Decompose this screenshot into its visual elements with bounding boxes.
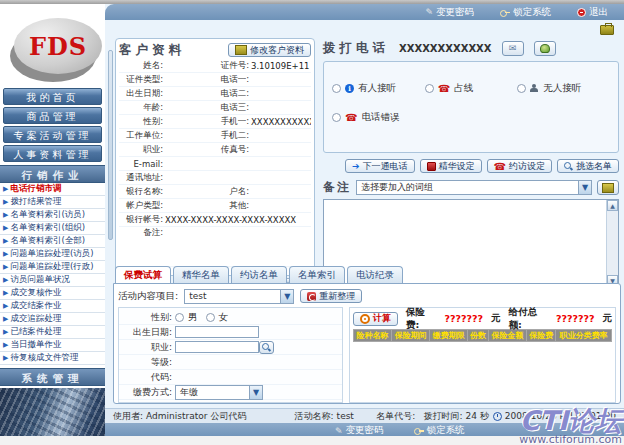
lower-panel: 保费试算 精华名单 约访名单 名单索引 电访纪录 活动内容项目: test ▼	[113, 266, 621, 404]
sidebar-section-system[interactable]: 系统管理	[0, 368, 105, 386]
money-icon	[540, 44, 550, 53]
lock-system-link[interactable]: 锁定系统	[500, 6, 551, 19]
sidebar-item-hr[interactable]: 人事资料管理	[3, 145, 102, 162]
sidebar-item-closed-cases[interactable]: ▶ 已结案件处理	[0, 326, 105, 339]
birthdate-field[interactable]	[175, 326, 259, 338]
change-password-link[interactable]: ✎ 变更密码	[425, 6, 474, 19]
phrase-select[interactable]: 选择要加入的词组 ▼	[356, 180, 592, 195]
code-label: 代码:	[119, 371, 175, 384]
tab-list-index[interactable]: 名单索引	[289, 266, 345, 283]
customer-row: 帐户类型: 其他:	[119, 199, 311, 213]
customer-panel-title: 客户资料	[119, 42, 185, 59]
sidebar-item-list-index-all[interactable]: ▶ 名单资料索引(全部)	[0, 235, 105, 248]
money-button[interactable]	[534, 41, 556, 56]
premium-value: ???????	[444, 313, 483, 324]
refresh-button[interactable]: 重新整理	[300, 289, 362, 303]
radio-icon[interactable]	[175, 313, 184, 322]
option-busy[interactable]: ☎ 占线	[425, 82, 518, 95]
insert-phrase-button[interactable]	[597, 180, 619, 195]
sidebar-item-phone-survey[interactable]: ▶ 电话行销市调	[0, 183, 105, 196]
arrow-icon: ▶	[3, 198, 8, 206]
customer-row: E-mail:	[119, 157, 311, 171]
phone-icon: ☎	[494, 162, 506, 171]
arrow-icon: ▶	[3, 224, 8, 232]
sidebar-item-dial-results[interactable]: ▶ 拨打结果管理	[0, 196, 105, 209]
appointment-settings-button[interactable]: ☎ 约访设定	[487, 159, 552, 173]
occupation-label: 职业:	[119, 341, 175, 354]
option-answered[interactable]: i 有人接听	[332, 82, 425, 95]
sidebar-item-issue-track-agent[interactable]: ▶ 问题单追踪处理(访员)	[0, 248, 105, 261]
customer-row: 职业: 传真号:	[119, 143, 311, 157]
sidebar-item-deal-review[interactable]: ▶ 成交复核作业	[0, 287, 105, 300]
arrow-icon: ▶	[3, 276, 8, 284]
arrow-icon: ▶	[3, 211, 8, 219]
radio-icon[interactable]	[517, 84, 526, 93]
radio-icon[interactable]	[206, 313, 215, 322]
edit-customer-button[interactable]: 修改客户资料	[228, 43, 311, 57]
col-insurance-name: 险种名称	[354, 330, 392, 342]
sidebar-item-list-index-org[interactable]: ▶ 名单资料索引(组织)	[0, 222, 105, 235]
option-no-answer[interactable]: 无人接听	[517, 82, 610, 95]
briefcase-button[interactable]	[600, 25, 614, 37]
customer-row: 性别: 手机一:XXXXXXXXXXXX	[119, 115, 311, 129]
occupation-field[interactable]	[175, 341, 259, 353]
radio-icon[interactable]	[332, 84, 341, 93]
radio-icon[interactable]	[332, 113, 341, 122]
scroll-up-icon[interactable]: ▲	[607, 200, 618, 211]
arrow-icon: ▶	[3, 263, 8, 271]
sidebar-item-deal-track[interactable]: ▶ 成交追踪处理	[0, 313, 105, 326]
activity-item-label: 活动内容项目:	[118, 290, 178, 303]
app-window: FDS 我的首页 商品管理 专案活动管理 人事资料管理 行销作业 ▶ 电话行销市…	[0, 0, 624, 445]
collapse-handle[interactable]	[108, 50, 113, 240]
customer-row: 出生日期: 电话二:	[119, 87, 311, 101]
customer-row: 银行帐号:XXXX-XXXX-XXXX-XXXX-XXXXX	[119, 213, 311, 227]
payment-method-select[interactable]: 年缴 ▼	[175, 385, 263, 400]
key-icon	[500, 10, 510, 15]
highlight-settings-button[interactable]: 精华设定	[420, 159, 482, 173]
sidebar-item-agent-issue-status[interactable]: ▶ 访员问题单状况	[0, 274, 105, 287]
col-insured-amount: 保险金额	[488, 330, 526, 342]
total-payout-value: ???????	[556, 313, 595, 324]
sidebar-item-products[interactable]: 商品管理	[3, 107, 102, 124]
next-call-button[interactable]: ➔ 下一通电话	[345, 159, 415, 173]
tab-premium-trial[interactable]: 保费试算	[115, 266, 171, 283]
message-button[interactable]: ✉	[502, 41, 524, 56]
sidebar-item-pending-review-docs[interactable]: ▶ 待复核成文件管理	[0, 352, 105, 365]
calculate-button[interactable]: 计算	[353, 312, 398, 326]
premium-table: 险种名称 保险期间 缴费期限 份数 保险金额 保险费 职业分类费率	[353, 329, 612, 402]
customer-row: 银行名称: 户名:	[119, 185, 311, 199]
gender-female-option[interactable]: 女	[206, 311, 229, 324]
tab-appointment-list[interactable]: 约访名单	[231, 266, 287, 283]
sidebar-item-home[interactable]: 我的首页	[3, 88, 102, 105]
option-wrong-number[interactable]: ☎ 电话错误	[332, 111, 425, 124]
grade-label: 等级:	[119, 356, 175, 369]
call-result-options: i 有人接听 ☎ 占线 无人接听	[323, 61, 619, 153]
watermark: CTI论坛 www.ctiforum.com	[519, 407, 622, 445]
logout-link[interactable]: 退出	[577, 6, 608, 19]
sidebar-item-campaigns[interactable]: 专案活动管理	[3, 126, 102, 143]
dial-panel-title: 拨打电话	[323, 40, 389, 57]
sidebar-item-deal-close[interactable]: ▶ 成交结案作业	[0, 300, 105, 313]
pencil-icon: ✎	[425, 7, 433, 17]
activity-select[interactable]: test ▼	[184, 289, 294, 304]
customer-row: 年龄: 电话三:	[119, 101, 311, 115]
trial-input-form: 性别: 男 女	[118, 307, 343, 403]
occupation-lookup-button[interactable]	[259, 341, 274, 354]
arrow-icon: ▶	[3, 289, 8, 297]
tab-call-records[interactable]: 电访纪录	[347, 266, 403, 283]
col-premium: 保险费	[527, 330, 556, 342]
sidebar-item-daily-cancel[interactable]: ▶ 当日撤单作业	[0, 339, 105, 352]
sidebar-item-list-index-agent[interactable]: ▶ 名单资料索引(访员)	[0, 209, 105, 222]
radio-icon[interactable]	[425, 84, 434, 93]
sidebar-section-marketing[interactable]: 行销作业	[0, 165, 105, 183]
customer-info-panel: 客户资料 修改客户资料 姓名: 证件号:3.10109E+11 证件类型: 电话…	[115, 38, 315, 276]
birthdate-label: 出生日期:	[119, 326, 175, 339]
pick-list-button[interactable]: 挑选名单	[557, 159, 619, 173]
briefcase-icon	[600, 25, 614, 35]
tab-highlight-list[interactable]: 精华名单	[173, 266, 229, 283]
trial-result-area: 计算 保险费: ??????? 元 给付总额: ??????? 元	[349, 307, 616, 403]
gender-male-option[interactable]: 男	[175, 311, 198, 324]
arrow-icon: ▶	[3, 185, 8, 193]
sidebar-item-issue-track-admin[interactable]: ▶ 问题单追踪处理(行政)	[0, 261, 105, 274]
customer-row: 工作单位: 手机二:	[119, 129, 311, 143]
